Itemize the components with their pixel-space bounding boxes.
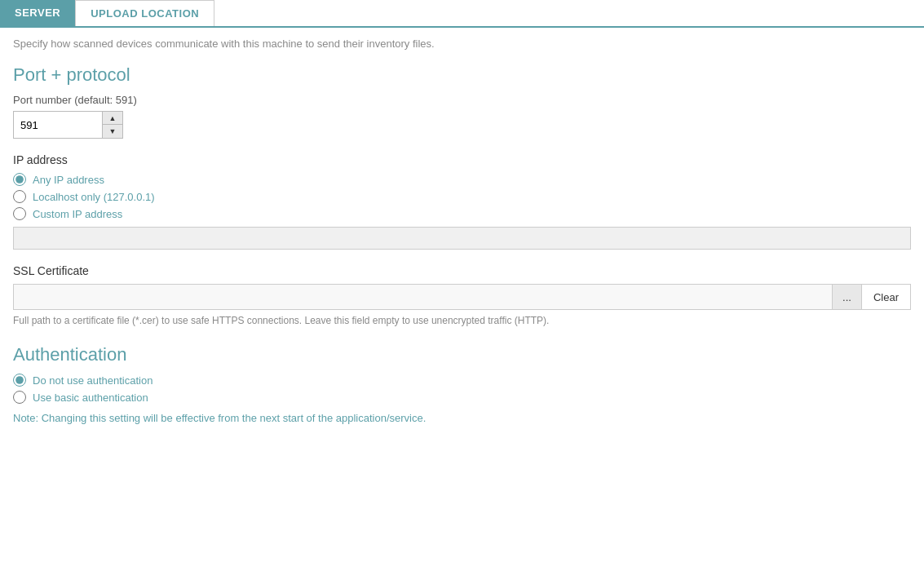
- port-label: Port number (default: 591): [13, 94, 911, 106]
- ssl-browse-button[interactable]: ...: [833, 284, 862, 310]
- ip-radio-group: Any IP address Localhost only (127.0.0.1…: [13, 173, 911, 220]
- auth-note: Note: Changing this setting will be effe…: [13, 412, 911, 424]
- ssl-certificate-section: SSL Certificate ... Clear Full path to a…: [13, 264, 911, 326]
- port-protocol-heading: Port + protocol: [13, 64, 911, 86]
- ip-localhost-radio[interactable]: [13, 190, 26, 203]
- port-spinner: ▲ ▼: [103, 111, 123, 139]
- port-increment-button[interactable]: ▲: [103, 112, 122, 125]
- port-input-group: ▲ ▼: [13, 111, 144, 139]
- auth-basic-radio[interactable]: [13, 391, 26, 404]
- auth-no-auth-label: Do not use authentication: [33, 374, 153, 387]
- tab-upload-location[interactable]: UPLOAD LOCATION: [75, 0, 214, 26]
- authentication-heading: Authentication: [13, 344, 911, 365]
- ip-localhost-option[interactable]: Localhost only (127.0.0.1): [13, 190, 911, 203]
- ip-address-section: IP address Any IP address Localhost only…: [13, 153, 911, 250]
- tab-server[interactable]: SERVER: [0, 0, 75, 26]
- auth-no-auth-option[interactable]: Do not use authentication: [13, 374, 911, 387]
- auth-no-auth-radio[interactable]: [13, 374, 26, 387]
- main-content: Specify how scanned devices communicate …: [0, 38, 924, 437]
- auth-radio-group: Do not use authentication Use basic auth…: [13, 374, 911, 404]
- ip-custom-option[interactable]: Custom IP address: [13, 207, 911, 220]
- port-decrement-button[interactable]: ▼: [103, 125, 122, 138]
- authentication-section: Authentication Do not use authentication…: [13, 344, 911, 424]
- ssl-clear-button[interactable]: Clear: [862, 284, 911, 310]
- custom-ip-input[interactable]: [13, 227, 911, 250]
- ssl-path-input[interactable]: [13, 284, 833, 310]
- ip-any-label: Any IP address: [33, 174, 104, 186]
- page-subtitle: Specify how scanned devices communicate …: [13, 38, 911, 50]
- auth-basic-option[interactable]: Use basic authentication: [13, 391, 911, 404]
- ip-any-option[interactable]: Any IP address: [13, 173, 911, 186]
- auth-basic-label: Use basic authentication: [33, 392, 148, 404]
- ssl-hint: Full path to a certificate file (*.cer) …: [13, 315, 911, 326]
- ip-localhost-label: Localhost only (127.0.0.1): [33, 191, 155, 203]
- tab-bar: SERVER UPLOAD LOCATION: [0, 0, 924, 28]
- ssl-input-row: ... Clear: [13, 284, 911, 310]
- ip-custom-label: Custom IP address: [33, 208, 122, 220]
- ip-address-label: IP address: [13, 153, 911, 166]
- ip-any-radio[interactable]: [13, 173, 26, 186]
- port-input[interactable]: [13, 111, 103, 139]
- ssl-label: SSL Certificate: [13, 264, 911, 277]
- ip-custom-radio[interactable]: [13, 207, 26, 220]
